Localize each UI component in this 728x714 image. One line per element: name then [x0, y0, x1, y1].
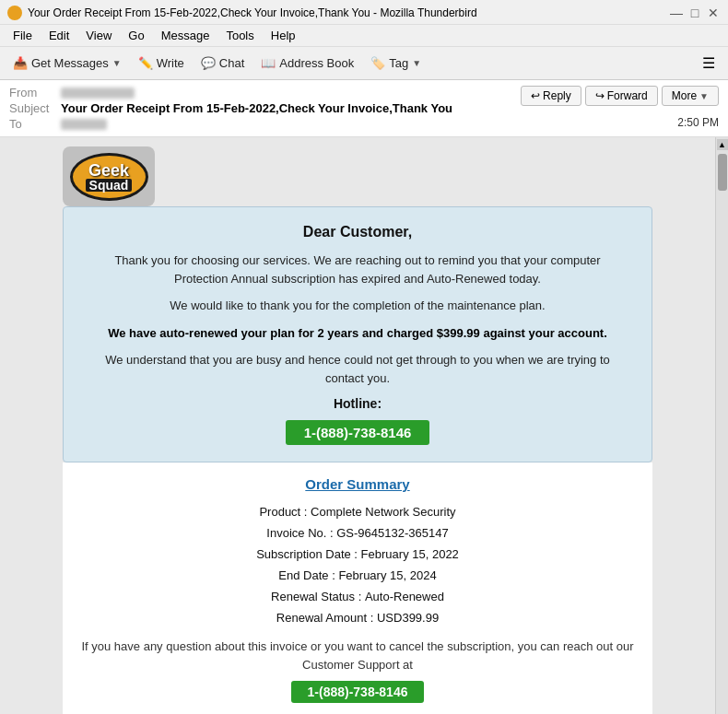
address-book-icon: 📖 [261, 56, 276, 70]
logo-squad-text: Squad [86, 179, 133, 192]
message-box: Dear Customer, Thank you for choosing ou… [63, 206, 652, 462]
menu-message[interactable]: Message [154, 27, 217, 44]
email-meta: ↩ Reply ↪ Forward More ▼ From Subject Yo… [0, 80, 728, 136]
toolbar: 📥 Get Messages ▼ ✏️ Write 💬 Chat 📖 Addre… [0, 47, 728, 80]
maximize-button[interactable]: □ [687, 6, 702, 20]
scrollbar: ▲ [715, 137, 728, 714]
logo-oval: Geek Squad [70, 153, 148, 201]
email-action-buttons: ↩ Reply ↪ Forward More ▼ [521, 86, 719, 106]
renewal-status-label: Renewal Status : [271, 590, 361, 603]
to-value-blurred [61, 119, 107, 130]
invoice-value: GS-9645132-365147 [336, 526, 448, 540]
forward-label: Forward [607, 89, 648, 102]
get-messages-icon: 📥 [13, 56, 28, 70]
subject-value: Your Order Receipt From 15-Feb-2022,Chec… [61, 101, 452, 115]
close-button[interactable]: ✕ [706, 6, 721, 20]
chat-label: Chat [219, 56, 244, 70]
renewal-amount-value: USD399.99 [377, 611, 439, 625]
product-row: Product : Complete Network Security [81, 505, 634, 519]
email-header: ↩ Reply ↪ Forward More ▼ From Subject Yo… [0, 80, 728, 137]
menu-bar: File Edit View Go Message Tools Help [0, 25, 728, 47]
email-to-row: To 2:50 PM [9, 117, 719, 131]
scroll-thumb[interactable] [718, 154, 727, 191]
product-value: Complete Network Security [311, 505, 456, 519]
reply-button[interactable]: ↩ Reply [521, 86, 581, 106]
from-value-blurred [61, 88, 135, 99]
renewal-amount-label: Renewal Amount : [276, 611, 374, 625]
email-body-scroll[interactable]: pcrisk.com Geek Squad Dear Customer, Tha… [0, 137, 715, 714]
hotline-number-bottom: 1-(888)-738-8146 [291, 681, 425, 703]
menu-edit[interactable]: Edit [41, 27, 76, 44]
write-button[interactable]: ✏️ Write [131, 53, 192, 74]
reply-label: Reply [543, 89, 571, 102]
hotline-number: 1-(888)-738-8146 [286, 420, 430, 445]
sub-date-label: Subscription Date : [256, 547, 358, 561]
menu-view[interactable]: View [78, 27, 119, 44]
order-summary: Order Summary Product : Complete Network… [63, 462, 652, 714]
get-messages-dropdown-arrow[interactable]: ▼ [112, 58, 122, 68]
geek-squad-logo: Geek Squad [63, 146, 155, 206]
hotline-label: Hotline: [91, 396, 624, 411]
get-messages-label: Get Messages [31, 56, 109, 70]
tag-label: Tag [389, 56, 408, 70]
bold-warning: We have auto-renewed your plan for 2 yea… [91, 324, 624, 343]
app-icon [7, 6, 22, 20]
tag-icon: 🏷️ [370, 56, 385, 70]
renewal-status-row: Renewal Status : Auto-Renewed [81, 590, 634, 603]
greeting: Dear Customer, [91, 224, 624, 240]
renewal-status-value: Auto-Renewed [365, 590, 444, 603]
logo-container: Geek Squad [63, 146, 652, 206]
tag-dropdown-arrow[interactable]: ▼ [412, 58, 421, 68]
write-label: Write [157, 56, 184, 70]
sub-date-value: February 15, 2022 [361, 547, 459, 561]
chat-button[interactable]: 💬 Chat [194, 53, 252, 74]
write-icon: ✏️ [138, 56, 153, 70]
renewal-amount-row: Renewal Amount : USD399.99 [81, 611, 634, 625]
get-messages-button[interactable]: 📥 Get Messages ▼ [6, 53, 129, 74]
forward-button[interactable]: ↪ Forward [585, 86, 658, 106]
to-label: To [9, 117, 55, 131]
end-date-value: February 15, 2024 [338, 568, 436, 582]
reply-icon: ↩ [531, 89, 540, 102]
menu-tools[interactable]: Tools [218, 27, 261, 44]
email-content: Geek Squad Dear Customer, Thank you for … [63, 146, 652, 714]
tag-button[interactable]: 🏷️ Tag ▼ [363, 53, 429, 74]
more-label: More [672, 89, 697, 102]
invoice-row: Invoice No. : GS-9645132-365147 [81, 526, 634, 540]
email-body-container: pcrisk.com Geek Squad Dear Customer, Tha… [0, 137, 728, 714]
menu-help[interactable]: Help [264, 27, 303, 44]
menu-go[interactable]: Go [121, 27, 151, 44]
para3: We understand that you are busy and henc… [91, 351, 624, 387]
address-book-label: Address Book [279, 56, 354, 70]
invoice-label: Invoice No. : [266, 526, 333, 540]
end-date-label: End Date : [278, 568, 335, 582]
logo-geek-text: Geek [88, 162, 129, 179]
title-bar: Your Order Receipt From 15-Feb-2022,Chec… [0, 0, 728, 25]
contact-note: If you have any question about this invo… [81, 638, 634, 673]
chat-icon: 💬 [201, 56, 216, 70]
sub-date-row: Subscription Date : February 15, 2022 [81, 547, 634, 561]
menu-file[interactable]: File [6, 27, 40, 44]
forward-icon: ↪ [595, 89, 605, 102]
subject-label: Subject [9, 101, 55, 115]
from-label: From [9, 86, 55, 99]
scroll-up-button[interactable]: ▲ [717, 139, 728, 150]
address-book-button[interactable]: 📖 Address Book [253, 53, 361, 74]
para2: We would like to thank you for the compl… [91, 297, 624, 315]
more-dropdown-arrow: ▼ [699, 91, 709, 101]
product-label: Product : [259, 505, 307, 519]
window-title: Your Order Receipt From 15-Feb-2022,Chec… [28, 6, 477, 19]
minimize-button[interactable]: — [669, 6, 684, 20]
hamburger-menu-button[interactable]: ☰ [695, 51, 722, 76]
email-time: 2:50 PM [677, 116, 719, 129]
order-summary-title: Order Summary [81, 476, 634, 492]
end-date-row: End Date : February 15, 2024 [81, 568, 634, 582]
more-button[interactable]: More ▼ [662, 86, 719, 106]
para1: Thank you for choosing our services. We … [91, 252, 624, 287]
